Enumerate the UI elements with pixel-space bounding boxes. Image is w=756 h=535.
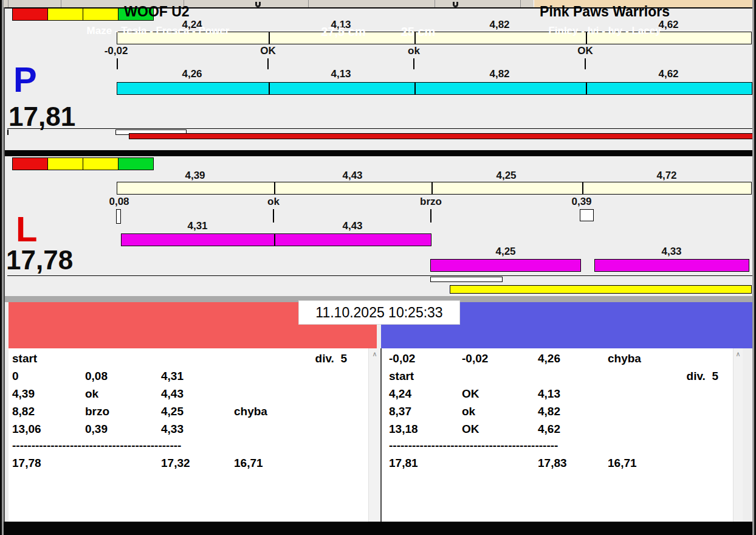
scroll-up-icon[interactable]: ∧ [369,350,380,358]
green-light-icon [119,157,154,170]
log-cell: 13,06 [12,423,41,436]
log-cell: 4,31 [161,370,184,383]
log-cell: 8,82 [12,405,35,418]
lane-l-mark: 0,39 [554,196,609,208]
log-row: 13,06 0,39 4,33 [9,423,380,440]
log-row: 8,82 brzo 4,25 chyba [9,405,380,423]
toolbar-separator [435,0,435,7]
team-left-height: 27,5 cm [307,25,380,39]
lane-p-mark: OK [241,45,295,57]
log-row-divider: ----------------------------------------… [9,439,380,457]
team-right-name: Pink Paws Warriors [514,4,696,20]
lane-p-split-label: 4,62 [632,68,705,80]
lane-l-total-time: 17,78 [6,247,73,274]
lane-l-split-label: 4,39 [159,170,232,182]
tick-mark [7,129,9,135]
yellow-light-icon [48,157,83,170]
log-row: -0,02 -0,02 4,26 chyba [382,352,743,370]
bar-divider [274,182,275,194]
log-cell: 8,37 [389,405,411,418]
lane-l-time-bar-lower-b [594,259,749,272]
log-cell: 4,24 [389,387,411,401]
bar-divider [431,182,433,194]
log-cell: 0,39 [85,423,108,436]
log-cell: -0,02 [462,352,488,365]
lane-l-split-label: 4,33 [635,246,708,258]
lane-l-time-bar-upper [121,233,431,246]
toolbar-button-fragment-icon[interactable] [453,2,458,7]
red-light-icon [12,8,48,21]
tick-mark [585,58,586,69]
lane-l-track-line [7,275,754,276]
log-cell: 17,83 [538,457,567,470]
lane-p-run-bar [129,133,754,139]
bar-divider [586,83,587,94]
log-cell: 13,18 [389,423,418,436]
lane-p-split-label: 4,26 [156,68,229,80]
team-left-dogs: Maze - Tesla - Fresca - Power [36,25,280,37]
lane-l-split-label: 4,25 [469,246,542,258]
log-cell: chyba [608,352,641,365]
log-row: 4,39 ok 4,43 [9,387,380,405]
team-right-dogs: Finley - Ivi - Ivy - Lacey [483,25,726,37]
lane-p-split-label: 4,13 [304,68,377,80]
window-frame-left [4,7,5,522]
yellow-light-icon [83,157,119,170]
log-row: start div. 5 [382,370,743,387]
lane-p-split-label: 4,82 [463,68,536,80]
log-cell: 4,43 [161,387,184,401]
scrollbar[interactable]: ∧ [733,348,743,522]
timing-app-window: 4,24 4,13 4,82 4,62 -0,02 OK ok OK P 4,2… [0,0,756,535]
log-cell: 0,08 [85,370,108,383]
log-cell: start [12,352,37,365]
lane-l-light-strip [12,157,154,170]
log-cell: 16,71 [608,457,637,470]
lane-p-track-line [7,128,754,129]
log-cell: 17,78 [12,457,41,470]
toolbar-button-fragment-icon[interactable] [255,2,261,7]
log-cell: -0,02 [389,352,415,365]
lane-p-letter: P [13,62,37,97]
tick-mark [273,209,274,223]
lane-l-start-marker [116,209,121,224]
log-cell: 17,32 [161,457,190,470]
lane-l-checkbox[interactable] [580,209,594,221]
log-cell: brzo [85,405,109,418]
lane-p-time-bar [117,82,752,95]
log-row: 13,18 OK 4,62 [382,423,743,440]
log-row: 0 0,08 4,31 [9,370,380,387]
team-right-log: -0,02 -0,02 4,26 chyba start div. 5 4,24… [382,348,743,522]
datetime-text: 11.10.2025 10:25:33 [315,305,442,321]
log-cell: 17,81 [389,457,418,470]
log-cell: chyba [234,405,267,418]
log-cell: 0 [12,370,19,383]
scrollbar[interactable]: ∧ [368,348,380,522]
lane-l-mark: 0,08 [92,196,146,208]
log-cell: div. 5 [315,352,347,365]
log-cell: 16,71 [234,457,263,470]
scroll-up-icon[interactable]: ∧ [734,350,743,358]
bottom-black-bar [0,522,756,535]
log-row: 4,24 OK 4,13 [382,387,743,405]
toolbar-separator [308,0,309,7]
log-cell: start [389,370,414,383]
lane-l-split-bar [117,182,752,195]
log-cell: 4,39 [12,387,35,401]
log-cell: ok [85,387,98,401]
lane-l-mark: ok [246,196,301,208]
log-cell: ----------------------------------------… [12,439,181,452]
bar-divider [274,234,275,246]
datetime-display: 11.10.2025 10:25:33 [298,300,460,325]
log-cell: ok [462,405,475,418]
lane-l-track-marker [430,277,503,282]
bar-divider [582,182,583,194]
log-cell: 4,13 [538,387,560,401]
lane-separator [2,150,754,156]
lane-l-run-bar [450,285,752,294]
lane-p-total-time: 17,81 [9,103,75,130]
toolbar-separator [61,0,61,7]
lane-l-split-label: 4,43 [316,170,389,182]
log-row-divider: ----------------------------------------… [382,439,743,457]
lane-l-split-label: 4,31 [161,220,234,232]
log-cell: OK [462,387,479,401]
